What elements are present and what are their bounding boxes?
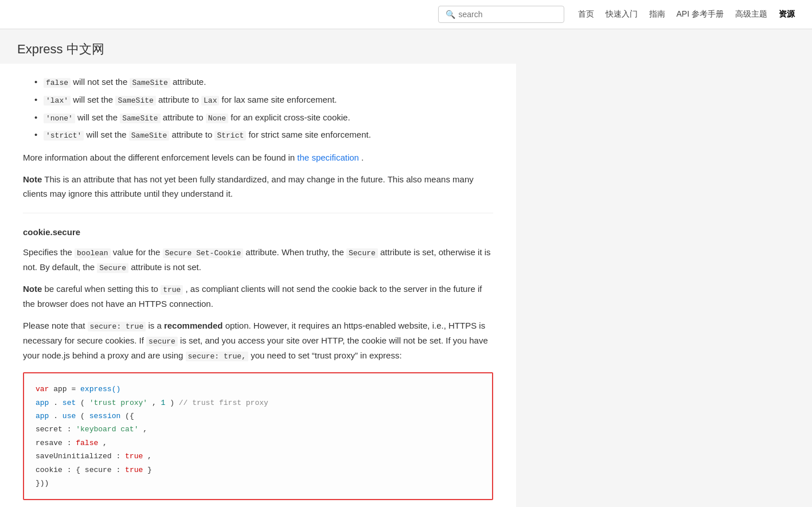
nav-item-api[interactable]: API 参考手册: [677, 9, 724, 20]
cookie-secure-para1: Specifies the boolean value for the Secu…: [23, 245, 493, 275]
code-secure-prop: secure: [85, 466, 112, 474]
code-trust-proxy: 'trust proxy': [89, 399, 147, 407]
specification-link[interactable]: the specification: [297, 153, 359, 162]
list-item: 'lax' will set the SameSite attribute to…: [34, 93, 493, 107]
code-comma-2: ,: [143, 425, 147, 434]
code-cookie-prop: cookie: [36, 466, 63, 474]
spec-end: .: [361, 153, 364, 162]
code-colon-5: :: [116, 466, 125, 474]
code-close-paren-1: ): [170, 399, 174, 407]
note1-para: Note This is an attribute that has not y…: [23, 172, 493, 201]
code-secure-true2: secure: true,: [186, 352, 248, 361]
code-var-name: app: [53, 385, 71, 393]
code-express-call: express(): [80, 385, 120, 393]
para2-mid: is a: [148, 321, 164, 330]
code-false: false: [44, 78, 71, 88]
code-line-3: app . use ( session ({: [36, 410, 481, 423]
code-session: session: [89, 412, 121, 420]
site-title: Express 中文网: [0, 29, 812, 64]
bullet-list: false will not set the SameSite attribut…: [23, 75, 493, 142]
search-input[interactable]: [459, 10, 557, 19]
code-false-val: false: [76, 439, 98, 447]
code-line-2: app . set ( 'trust proxy' , 1 ) // trust…: [36, 396, 481, 410]
code-secure-set-cookie: Secure Set-Cookie: [163, 248, 244, 258]
note1-text: This is an attribute that has not yet be…: [23, 174, 474, 199]
code-close-all: })): [36, 479, 49, 487]
code-line-1: var app = express(): [36, 383, 481, 396]
code-close-brace-1: }: [147, 466, 152, 474]
code-keyboard-cat: 'keyboard cat': [76, 425, 138, 434]
bullet-text-2: will set the: [73, 95, 115, 104]
code-set-paren: (: [80, 399, 85, 407]
code-session-call: (: [80, 412, 85, 420]
nav-item-home[interactable]: 首页: [578, 9, 594, 20]
nav-bar: 首页 快速入门 指南 API 参考手册 高级主题 资源: [578, 9, 795, 20]
note1-bold: Note: [23, 174, 42, 184]
code-none: 'none': [44, 114, 75, 123]
para1-prefix: Specifies the: [23, 247, 75, 257]
code-secure-2: secure: [146, 337, 178, 346]
code-lax-val: Lax: [201, 96, 219, 106]
para2-prefix: Please note that: [23, 321, 88, 330]
spec-prefix: More information about the different enf…: [23, 153, 297, 162]
code-true-val: true: [125, 452, 143, 461]
bullet-text-1b: attribute.: [173, 77, 206, 87]
para2-end: you need to set “trust proxy” in express…: [251, 350, 401, 360]
list-item: 'strict' will set the SameSite attribute…: [34, 128, 493, 142]
code-samesite-3: SameSite: [120, 114, 160, 123]
code-lax: 'lax': [44, 96, 71, 106]
code-app-set: app: [36, 399, 49, 407]
code-line-4: secret : 'keyboard cat' ,: [36, 423, 481, 436]
code-line-7: cookie : { secure : true }: [36, 463, 481, 477]
code-true-1: true: [161, 285, 183, 295]
code-set-method: set: [63, 399, 76, 407]
code-colon-3: :: [116, 452, 125, 461]
search-icon: 🔍: [446, 10, 455, 19]
nav-item-quickstart[interactable]: 快速入门: [606, 9, 638, 20]
code-use-method: use: [63, 412, 76, 420]
code-samesite-4: SameSite: [129, 131, 169, 141]
code-dot-set: .: [53, 399, 58, 407]
header: 🔍 首页 快速入门 指南 API 参考手册 高级主题 资源: [0, 0, 812, 29]
code-saveuninit-prop: saveUninitialized: [36, 452, 112, 461]
code-line-6: saveUninitialized : true ,: [36, 450, 481, 463]
para1-suffix: attribute. When truthy, the: [245, 247, 346, 257]
code-secure-attr2: Secure: [97, 263, 128, 273]
bullet-text-3b: attribute to: [163, 112, 206, 122]
code-resave-prop: resave: [36, 439, 63, 447]
section-divider: [23, 213, 493, 213]
para2-bold: recommended: [164, 321, 223, 330]
code-strict: 'strict': [44, 131, 84, 141]
code-strict-val: Strict: [214, 131, 246, 141]
code-samesite-2: SameSite: [115, 96, 155, 106]
search-box[interactable]: 🔍: [438, 6, 564, 23]
code-colon-2: :: [67, 439, 76, 447]
nav-item-guide[interactable]: 指南: [649, 9, 665, 20]
code-colon-4: : {: [67, 466, 85, 474]
bullet-text-1: will not set the: [73, 77, 130, 87]
bullet-text-4c: for strict same site enforcement.: [248, 130, 370, 139]
code-boolean: boolean: [75, 248, 111, 258]
code-app-use: app: [36, 412, 49, 420]
nav-item-advanced[interactable]: 高级主题: [735, 9, 767, 20]
section-heading-cookie-secure: cookie.secure: [23, 225, 493, 240]
list-item: 'none' will set the SameSite attribute t…: [34, 111, 493, 125]
main-content: false will not set the SameSite attribut…: [0, 64, 516, 507]
code-comma-1: ,: [152, 399, 161, 407]
nav-item-resources[interactable]: 资源: [779, 9, 795, 20]
para1-end2: attribute is not set.: [131, 262, 201, 272]
specification-para: More information about the different enf…: [23, 150, 493, 165]
code-line-5: resave : false ,: [36, 436, 481, 450]
code-secure-attr: Secure: [346, 248, 378, 258]
code-var-keyword: var: [36, 385, 49, 393]
code-secure-true: secure: true: [88, 322, 146, 332]
code-eq: =: [71, 385, 80, 393]
code-dot-use: .: [53, 412, 58, 420]
note2-bold: Note: [23, 284, 42, 294]
code-line-8: })): [36, 477, 481, 490]
code-colon-1: :: [67, 425, 76, 434]
note2-para: Note be careful when setting this to tru…: [23, 282, 493, 311]
code-comma-3: ,: [103, 439, 107, 447]
bullet-text-3: will set the: [77, 112, 120, 122]
bullet-text-2c: for lax same site enforcement.: [222, 95, 337, 104]
